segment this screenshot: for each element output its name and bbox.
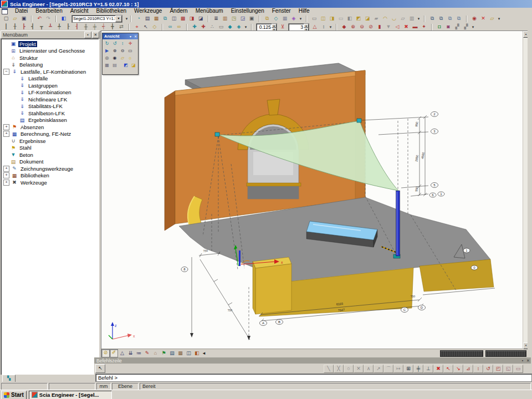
menu-menubaum[interactable]: Menübaum [192, 8, 227, 14]
member-tool-1-button[interactable]: ┃ [2, 23, 11, 30]
active-view-combobox[interactable]: Segel1-2010RC3 Y=1.5 0: ▾ [71, 15, 122, 23]
picture-to-gallery-button[interactable]: ⧉ [161, 15, 170, 22]
scroll-left-icon[interactable]: ◂ [201, 350, 207, 357]
chevron-down-icon[interactable]: ▾ [328, 23, 333, 30]
view-params-button[interactable]: ▤ [111, 62, 119, 69]
select-tool-button[interactable]: ⌖ [132, 23, 141, 30]
snap-arc-button[interactable]: ⌒ [383, 365, 393, 373]
import-button[interactable]: ◲ [238, 15, 247, 22]
tree-item-beton[interactable]: ▼Beton [1, 151, 99, 158]
copy-add-3-button[interactable]: ⧉ [446, 15, 454, 22]
frame-view-10-button[interactable]: ◡ [390, 15, 398, 22]
expand-icon[interactable]: + [3, 180, 9, 186]
tree-item-ergebnisklassen[interactable]: ▤Ergebnisklassen [1, 117, 99, 124]
member-tool-7-button[interactable]: ╇ [55, 23, 64, 30]
befehlszeile-header[interactable]: Befehlszeile ▪ ✕ [94, 357, 531, 364]
frame-view-11-button[interactable]: ▱ [398, 15, 407, 22]
tree-item-lf-kombinationen[interactable]: ⇓LF-Kombinationen [1, 89, 99, 96]
new-project-button[interactable]: ▢ [2, 15, 11, 22]
support-6-button[interactable]: ▼ [384, 23, 393, 30]
support-3-button[interactable]: ⊖ [357, 23, 366, 30]
frame-view-8-button[interactable]: ▰ [372, 15, 381, 22]
tree-item-lastfaelle[interactable]: ⇓Lastfälle [1, 75, 99, 83]
toolbar-overflow-icon[interactable]: ▾ [124, 15, 129, 22]
calc-results-2-button[interactable]: ▞ [462, 23, 470, 30]
collapse-icon[interactable]: − [3, 69, 9, 75]
window-2-button[interactable]: ◧ [193, 350, 201, 357]
render-mode-button[interactable]: △ [118, 350, 126, 357]
support-2-button[interactable]: ⊕ [349, 23, 357, 30]
zoom-selection-button[interactable]: ◉ [111, 54, 119, 62]
light-button[interactable]: ☼ [126, 54, 134, 62]
calculator-1-button[interactable]: ◘ [435, 23, 444, 30]
zoom-out-button[interactable]: ⊖ [119, 47, 126, 54]
sail-anchor-left[interactable] [215, 132, 219, 136]
snap-solid-button[interactable]: ◱ [503, 365, 513, 373]
member-tool-5-button[interactable]: ┳ [37, 23, 46, 30]
rotate-view-button[interactable]: ↻ [103, 40, 111, 47]
close-icon[interactable]: ✕ [133, 34, 138, 38]
snap-intersection-button[interactable]: ╳ [334, 365, 344, 373]
chevron-down-icon[interactable]: ▾ [128, 34, 133, 38]
copy-add-2-button[interactable]: ⧉ [437, 15, 446, 22]
add-node-button[interactable]: ✚ [190, 23, 199, 30]
support-8-button[interactable]: ✖ [402, 23, 411, 30]
chevron-down-icon[interactable]: ▾ [416, 15, 421, 22]
document-view-button[interactable]: ▤ [168, 350, 176, 357]
surface-display-button[interactable]: ⌂ [151, 350, 160, 357]
spin-up-icon[interactable]: ▴ [304, 24, 309, 28]
menu-aendern[interactable]: Ändern [166, 8, 191, 14]
load-display-button[interactable]: ⇊ [126, 350, 135, 357]
tree-item-werkzeuge[interactable]: +✖Werkzeuge [1, 179, 99, 186]
snap-midpoint-button[interactable]: ⊿ [463, 365, 473, 373]
frame-view-7-button[interactable]: ◪ [363, 15, 372, 22]
settings-template-button[interactable]: ◈ [289, 15, 298, 22]
member-tool-9-button[interactable]: ┨ [73, 23, 81, 30]
expand-icon[interactable]: + [3, 166, 9, 172]
select-view-button[interactable]: ▶ [103, 47, 111, 54]
redo-button[interactable]: ↷ [44, 15, 53, 22]
zoom-all-button[interactable]: ◎ [103, 54, 111, 62]
tree-item-ergebnisse[interactable]: ∪Ergebnisse [1, 137, 99, 145]
member-tool-4-button[interactable]: ┫ [28, 23, 37, 30]
ucs-1-button[interactable]: ◆ [226, 23, 234, 30]
copy-add-1-button[interactable]: ⧉ [428, 15, 437, 22]
paperspace-gallery-button[interactable]: ▩ [178, 15, 187, 22]
support-10-button[interactable]: ✦ [420, 23, 428, 30]
command-input[interactable]: Befehl > [95, 374, 532, 382]
add-point-button[interactable]: ✚ [199, 23, 208, 30]
tree-item-zeichnungswerkzeuge[interactable]: +✎Zeichnungswerkzeuge [1, 165, 99, 172]
frame-view-1-button[interactable]: ▭ [310, 15, 319, 22]
axis-view-button[interactable]: ✛ [126, 40, 134, 47]
tree-item-stabilitaets-lfk[interactable]: ⇓Stabilitäts-LFK [1, 103, 99, 110]
close-icon[interactable]: ✕ [92, 32, 99, 38]
paste-button[interactable]: ▦ [152, 15, 161, 22]
tree-item-belastung[interactable]: ⇓Belastung [1, 62, 99, 69]
support-7-button[interactable]: ◁ [393, 23, 402, 30]
snap-tangent-button[interactable]: ↺ [483, 365, 493, 373]
shading-button[interactable]: ⚑ [160, 350, 168, 357]
snap-cross-button[interactable]: ✕ [354, 365, 364, 373]
clipping-box-button[interactable]: ◩ [122, 62, 130, 69]
menu-ansicht[interactable]: Ansicht [66, 8, 93, 14]
dimension-display-button[interactable]: ≔ [135, 350, 143, 357]
member-tool-14-button[interactable]: ⇄ [117, 23, 126, 30]
zoom-in-button[interactable]: ⊕ [111, 47, 119, 54]
snap-angle-button[interactable]: ∧ [364, 365, 374, 373]
frame-view-5-button[interactable]: ◧ [345, 15, 354, 22]
document-button[interactable]: ◨ [187, 15, 196, 22]
snap-perpendicular-button[interactable]: ↕ [473, 365, 483, 373]
chevron-down-icon[interactable]: ▾ [298, 15, 303, 22]
menu-bearbeiten[interactable]: Bearbeiten [32, 8, 66, 14]
member-tool-12-button[interactable]: ┽ [99, 23, 108, 30]
frame-view-2-button[interactable]: ◫ [319, 15, 328, 22]
delete-button[interactable]: ✕ [479, 15, 488, 22]
horizontal-slider-1[interactable] [440, 350, 483, 357]
snap-off-button[interactable]: ✖ [433, 365, 443, 373]
tree-item-projekt[interactable]: ▣Projekt [1, 40, 99, 48]
save-project-button[interactable]: ▣ [19, 15, 28, 22]
member-tool-6-button[interactable]: ┻ [46, 23, 55, 30]
start-button[interactable]: Start [1, 391, 27, 399]
render-window-button[interactable]: ◪ [130, 62, 137, 69]
member-tool-2-button[interactable]: ╂ [11, 23, 19, 30]
